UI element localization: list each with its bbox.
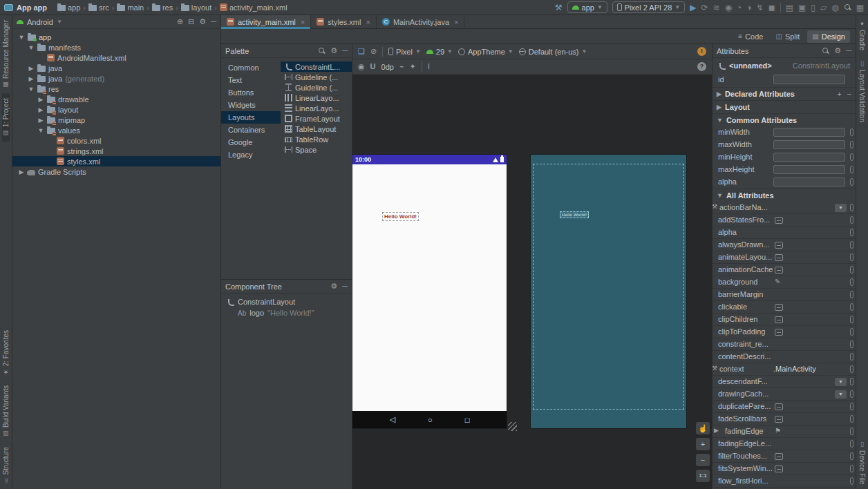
palette-category-layouts[interactable]: Layouts: [221, 111, 281, 124]
project-tree-row[interactable]: ▶java: [12, 63, 220, 73]
help-badge[interactable]: ?: [697, 62, 706, 71]
dropdown-button[interactable]: ▼: [835, 390, 847, 399]
coverage-icon[interactable]: ≋: [713, 3, 720, 12]
settings-icon[interactable]: ⚙: [199, 18, 206, 26]
attribute-row-alpha[interactable]: alpha: [713, 227, 856, 239]
id-input[interactable]: [773, 75, 845, 84]
attribute-row-animationCache[interactable]: animationCache: [713, 264, 856, 276]
breadcrumb-item[interactable]: layout: [181, 3, 211, 12]
running-devices-icon[interactable]: ▱: [820, 3, 827, 12]
close-icon[interactable]: ×: [454, 18, 458, 26]
toggle-off-icon[interactable]: [775, 466, 783, 472]
design-canvas[interactable]: 10:00 Hello World! ◁: [352, 75, 712, 489]
zoom-in-button[interactable]: +: [696, 438, 710, 450]
search-icon[interactable]: [822, 47, 829, 55]
stripe-item-layout-validation[interactable]: ▯Layout Validation: [858, 55, 866, 127]
project-tree-row[interactable]: AndroidManifest.xml: [12, 52, 220, 63]
attribute-row-clickable[interactable]: clickable: [713, 301, 856, 314]
breadcrumb-item[interactable]: activity_main.xml: [220, 3, 287, 12]
resource-picker-icon[interactable]: [850, 291, 853, 298]
resource-picker-icon[interactable]: [850, 303, 853, 311]
resource-picker-icon[interactable]: [850, 365, 853, 373]
layout-inspector-icon[interactable]: ▦: [856, 3, 864, 12]
project-tree-row[interactable]: ▶java(generated): [12, 73, 220, 84]
attribute-row-flow_firstHori[interactable]: flow_firstHori...: [713, 475, 856, 488]
device-manager-icon[interactable]: ▤: [786, 3, 793, 12]
mode-button-code[interactable]: ≡Code: [733, 30, 768, 43]
resource-picker-icon[interactable]: [850, 153, 853, 161]
toggle-off-icon[interactable]: [775, 304, 783, 311]
chevron-down-icon[interactable]: ▼: [37, 127, 44, 134]
palette-item[interactable]: TableLayout: [281, 124, 352, 134]
apply-changes-icon[interactable]: ⟳: [701, 3, 708, 12]
attribute-row-alwaysDrawn[interactable]: alwaysDrawn...: [713, 239, 856, 251]
attribute-row-fadeScrollbars[interactable]: fadeScrollbars: [713, 413, 856, 425]
project-tree-row[interactable]: colors.xml: [12, 135, 220, 146]
assistant-icon[interactable]: ◍: [831, 3, 838, 12]
resource-picker-icon[interactable]: [850, 477, 853, 485]
attribute-value-input[interactable]: [773, 140, 845, 149]
align-icon[interactable]: Ⅰ: [428, 63, 430, 70]
toggle-off-icon[interactable]: [775, 316, 783, 323]
attribute-row-constraint_re[interactable]: constraint_re...: [713, 338, 856, 351]
pan-hand-icon[interactable]: ☝: [696, 422, 710, 434]
stripe-item-structure[interactable]: ≔Structure: [2, 442, 10, 489]
resource-picker-icon[interactable]: [850, 141, 853, 148]
toggle-off-icon[interactable]: [775, 329, 783, 336]
chevron-right-icon[interactable]: ▶: [18, 169, 25, 175]
palette-category-widgets[interactable]: Widgets: [221, 99, 281, 111]
resource-picker-icon[interactable]: [850, 229, 853, 236]
render-errors-badge[interactable]: !: [697, 47, 706, 56]
profiler-attach-icon[interactable]: ◔: [737, 3, 742, 12]
palette-item[interactable]: Guideline (...: [281, 82, 352, 93]
breadcrumb-item[interactable]: res: [152, 3, 173, 12]
resource-picker-icon[interactable]: [850, 266, 853, 274]
attribute-row-duplicatePare[interactable]: duplicatePare...: [713, 401, 856, 413]
stripe-item-gradle[interactable]: ●Gradle: [858, 15, 866, 55]
project-tree-row[interactable]: ▼manifests: [12, 42, 220, 52]
palette-category-google[interactable]: Google: [221, 136, 281, 148]
search-icon[interactable]: [844, 3, 851, 11]
hide-icon[interactable]: ─: [342, 47, 348, 55]
color-picker-icon[interactable]: ✎: [775, 278, 780, 285]
project-tree-row[interactable]: ▼values: [12, 125, 220, 135]
resource-picker-icon[interactable]: [850, 328, 853, 336]
api-level-dropdown[interactable]: 29 ▼: [426, 48, 453, 56]
stripe-item-build-variants[interactable]: ▥Build Variants: [2, 381, 10, 442]
resource-picker-icon[interactable]: [850, 353, 853, 361]
tab-activity_main-xml[interactable]: activity_main.xml×: [221, 15, 311, 28]
dropdown-button[interactable]: ▼: [835, 204, 847, 212]
build-hammer-icon[interactable]: ⚒: [555, 3, 563, 12]
autoconnect-magnet-icon[interactable]: U: [370, 63, 376, 70]
attribute-value-input[interactable]: [773, 165, 845, 174]
blueprint-preview-phone[interactable]: Hello World!: [531, 155, 686, 428]
palette-item[interactable]: Guideline (...: [281, 72, 352, 82]
flag-icon[interactable]: ⚑: [775, 427, 781, 434]
toggle-off-icon[interactable]: [775, 403, 783, 410]
chevron-right-icon[interactable]: ▶: [37, 117, 44, 124]
toggle-off-icon[interactable]: [775, 217, 783, 224]
palette-category-containers[interactable]: Containers: [221, 124, 281, 136]
device-combo[interactable]: Pixel 2 API 28 ▼: [612, 1, 685, 13]
resource-picker-icon[interactable]: [850, 403, 853, 410]
resource-picker-icon[interactable]: [850, 166, 853, 173]
resource-picker-icon[interactable]: [850, 452, 853, 460]
attribute-row-contentDescri[interactable]: contentDescri...: [713, 351, 856, 363]
breadcrumb-item[interactable]: app: [57, 3, 80, 12]
toggle-off-icon[interactable]: [775, 267, 783, 274]
palette-category-legacy[interactable]: Legacy: [221, 148, 281, 161]
tab-styles-xml[interactable]: styles.xml×: [311, 15, 377, 28]
zoom-fit-button[interactable]: 1:1: [696, 470, 710, 482]
toggle-off-icon[interactable]: [775, 242, 783, 249]
section-all-attributes[interactable]: ▼ All Attributes: [713, 189, 856, 202]
resource-picker-icon[interactable]: [850, 440, 853, 448]
resource-picker-icon[interactable]: [850, 465, 853, 472]
palette-category-common[interactable]: Common: [221, 61, 281, 74]
mode-button-split[interactable]: ◫Split: [771, 30, 804, 43]
attribute-row-addStatesFro[interactable]: addStatesFro...: [713, 214, 856, 227]
project-tree-row[interactable]: strings.xml: [12, 146, 220, 156]
default-margin-dropdown[interactable]: 0dp: [381, 63, 394, 71]
resource-picker-icon[interactable]: [850, 204, 853, 211]
collapse-all-icon[interactable]: ⊟: [188, 18, 194, 26]
attribute-row-fitsSystemWin[interactable]: fitsSystemWin...: [713, 463, 856, 475]
